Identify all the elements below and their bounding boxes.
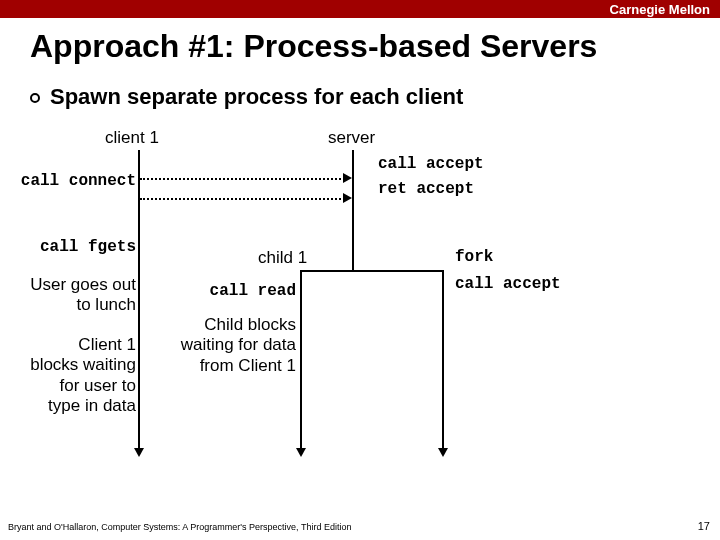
top-bar: Carnegie Mellon (0, 0, 720, 18)
label-call-accept2: call accept (455, 275, 561, 293)
server-timeline-top (352, 150, 354, 270)
label-fork: fork (455, 248, 493, 266)
arrow-down-icon (296, 448, 306, 457)
connect-arrow (140, 178, 345, 180)
server-timeline-bottom (442, 270, 444, 450)
arrow-right-icon (343, 173, 352, 183)
child-timeline (300, 270, 302, 450)
arrow-down-icon (438, 448, 448, 457)
bullet-icon (30, 93, 40, 103)
bullet-text: Spawn separate process for each client (50, 84, 463, 109)
diagram-area: client 1 server call connect call fgets … (0, 120, 720, 500)
footer-text: Bryant and O'Hallaron, Computer Systems:… (8, 522, 351, 532)
label-server: server (328, 128, 375, 148)
bullet-row: Spawn separate process for each client (30, 84, 463, 110)
label-call-accept: call accept (378, 155, 484, 173)
ret-arrow (140, 198, 345, 200)
slide-title: Approach #1: Process-based Servers (30, 28, 597, 65)
arrow-down-icon (134, 448, 144, 457)
label-user-lunch: User goes out to lunch (20, 275, 136, 316)
label-call-fgets: call fgets (20, 238, 136, 256)
label-call-read: call read (180, 282, 296, 300)
client1-timeline (138, 150, 140, 450)
label-child1: child 1 (258, 248, 307, 268)
label-call-connect: call connect (0, 172, 136, 190)
label-client1-blocks: Client 1 blocks waiting for user to type… (30, 335, 136, 417)
fork-split (300, 270, 444, 272)
page-number: 17 (698, 520, 710, 532)
label-child-blocks: Child blocks waiting for data from Clien… (180, 315, 296, 376)
label-ret-accept: ret accept (378, 180, 474, 198)
label-client1: client 1 (105, 128, 159, 148)
brand-label: Carnegie Mellon (610, 2, 710, 17)
arrow-right-icon (343, 193, 352, 203)
